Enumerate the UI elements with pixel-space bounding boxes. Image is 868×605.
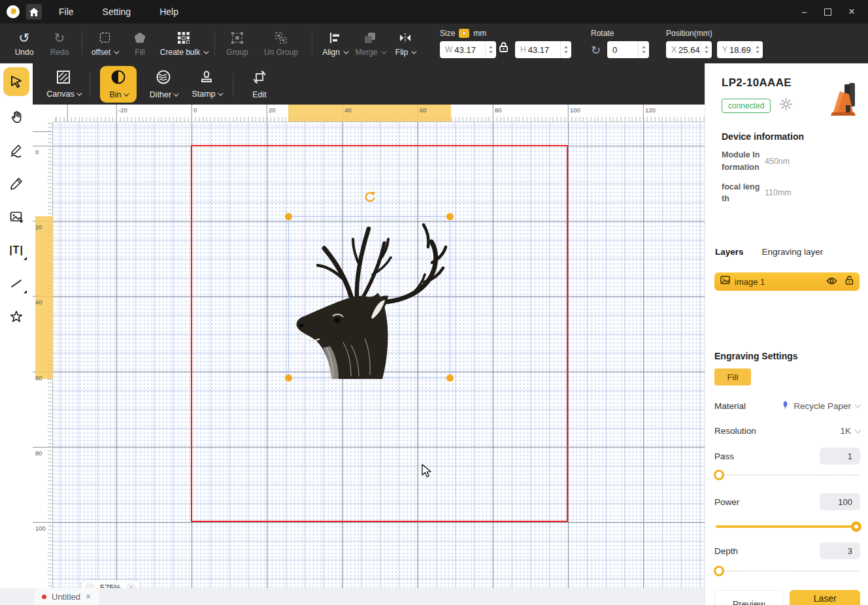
resolution-row: Resolution 1K <box>714 426 860 436</box>
layer-row[interactable]: image 1 <box>714 272 860 291</box>
engraving-settings: Engraving Settings Fill Material Recycle… <box>714 351 860 605</box>
ungroup-button[interactable]: Un Group <box>255 27 307 61</box>
fill-button[interactable]: Fill <box>122 27 158 61</box>
pass-slider-thumb[interactable] <box>714 470 724 480</box>
undo-icon: ↺ <box>19 31 30 45</box>
menu-help[interactable]: Help <box>159 7 178 17</box>
power-value[interactable]: 100 <box>820 493 860 510</box>
dither-button[interactable]: Dither <box>142 66 185 103</box>
selection-box[interactable] <box>288 216 450 378</box>
create-bulk-button[interactable]: Create bulk <box>158 27 210 61</box>
home-button[interactable] <box>26 4 42 20</box>
rotate-group: Rotate ↻ 0 <box>591 29 649 58</box>
vertical-ruler: 0 20 40 60 80 100 <box>33 122 53 588</box>
text-tool[interactable]: |T| <box>4 238 29 263</box>
resolution-select[interactable]: 1K <box>840 426 860 436</box>
app-logo-icon <box>7 5 20 18</box>
menu-file[interactable]: File <box>59 7 74 17</box>
tool-rail: |T| <box>0 63 33 588</box>
material-select[interactable]: Recycle Paper <box>782 401 860 411</box>
document-tab[interactable]: Untitled × <box>34 588 99 605</box>
resize-handle-top-right[interactable] <box>446 213 454 220</box>
rotate-stepper[interactable] <box>638 41 649 58</box>
power-slider-thumb[interactable] <box>851 521 861 532</box>
height-input[interactable]: H 43.17 <box>515 41 571 58</box>
undo-button[interactable]: ↺ Undo <box>7 27 42 61</box>
resize-handle-bottom-left[interactable] <box>285 374 292 382</box>
depth-slider-thumb[interactable] <box>714 566 724 576</box>
resize-handle-top-left[interactable] <box>285 213 292 220</box>
height-stepper[interactable] <box>560 41 571 58</box>
rotate-icon[interactable]: ↻ <box>591 43 601 57</box>
aspect-lock-icon[interactable] <box>499 42 509 55</box>
pan-tool[interactable] <box>4 105 29 129</box>
menubar: File Setting Help <box>59 7 178 17</box>
position-label: Position(mm) <box>666 29 712 38</box>
rotate-handle-icon[interactable] <box>363 191 376 204</box>
fill-icon <box>135 31 146 45</box>
gear-icon[interactable] <box>780 98 792 113</box>
position-y-stepper[interactable] <box>752 41 763 58</box>
line-tool[interactable] <box>4 271 29 296</box>
device-info-row: focal length 110mm <box>722 181 860 206</box>
group-button[interactable]: Group <box>220 27 255 61</box>
rotate-input[interactable]: 0 <box>607 41 649 58</box>
deer-image-object[interactable] <box>289 217 451 379</box>
laser-engraving-button[interactable]: Laser engraving <box>790 590 860 605</box>
size-group: Sizemm W 43.17 <box>440 29 496 58</box>
height-group: H 43.17 <box>515 29 571 58</box>
engraving-settings-title: Engraving Settings <box>714 351 860 361</box>
canvas-menu-button[interactable]: Canvas <box>42 66 85 103</box>
bin-mode-button[interactable]: Bin <box>100 66 137 103</box>
device-image <box>829 82 859 120</box>
image-tool[interactable] <box>4 204 29 229</box>
tab-layers[interactable]: Layers <box>715 247 744 257</box>
stamp-button[interactable]: Stamp <box>185 66 228 103</box>
maximize-button[interactable] <box>824 8 831 16</box>
power-row: Power 100 <box>714 493 860 510</box>
merge-button[interactable]: Merge <box>352 27 388 61</box>
window-controls: − × <box>801 5 868 18</box>
tab-close-icon[interactable]: × <box>86 591 91 602</box>
design-grid[interactable]: − 575% + <box>53 122 705 588</box>
power-slider[interactable] <box>714 521 860 532</box>
document-tabbar: Untitled × <box>0 588 705 605</box>
bin-icon <box>110 69 126 87</box>
position-x-input[interactable]: X 25.64 <box>666 41 712 58</box>
position-y-input[interactable]: Y 18.69 <box>717 41 763 58</box>
redo-button[interactable]: ↻ Redo <box>42 27 77 61</box>
device-card: LP2-10AAAE connected Device information … <box>722 76 860 205</box>
pass-slider[interactable] <box>714 470 860 480</box>
pass-value[interactable]: 1 <box>820 448 860 465</box>
doodle-tool[interactable] <box>4 138 29 163</box>
preview-button[interactable]: Preview <box>714 590 783 605</box>
status-badge: connected <box>722 99 771 113</box>
fill-mode-button[interactable]: Fill <box>714 368 751 385</box>
rotate-label: Rotate <box>591 29 614 38</box>
canvas-icon <box>56 70 71 86</box>
depth-slider[interactable] <box>714 566 860 576</box>
toolbar-divider <box>90 73 90 96</box>
position-x-stepper[interactable] <box>701 41 712 58</box>
flip-button[interactable]: Flip <box>388 27 423 61</box>
edit-button[interactable]: Edit <box>238 66 281 103</box>
offset-button[interactable]: offset <box>87 27 122 61</box>
tab-engraving-layer[interactable]: Engraving layer <box>762 247 824 257</box>
shape-tool[interactable] <box>4 304 29 329</box>
pen-tool[interactable] <box>4 171 29 196</box>
align-button[interactable]: Align <box>317 27 352 61</box>
unit-badge-icon[interactable] <box>459 29 469 38</box>
create-bulk-icon <box>178 31 190 45</box>
app-window: File Setting Help − × ↺ Undo ↻ Redo offs… <box>0 0 868 605</box>
depth-value[interactable]: 3 <box>820 542 860 559</box>
resize-handle-bottom-right[interactable] <box>446 374 454 382</box>
layer-lock-icon[interactable] <box>845 276 854 287</box>
close-button[interactable]: × <box>848 5 855 18</box>
minimize-button[interactable]: − <box>801 7 807 18</box>
width-input[interactable]: W 43.17 <box>440 41 496 58</box>
mouse-cursor <box>422 464 432 481</box>
select-tool[interactable] <box>3 67 29 96</box>
menu-setting[interactable]: Setting <box>103 7 131 17</box>
layer-visibility-eye-icon[interactable] <box>826 276 837 287</box>
width-stepper[interactable] <box>485 41 496 58</box>
